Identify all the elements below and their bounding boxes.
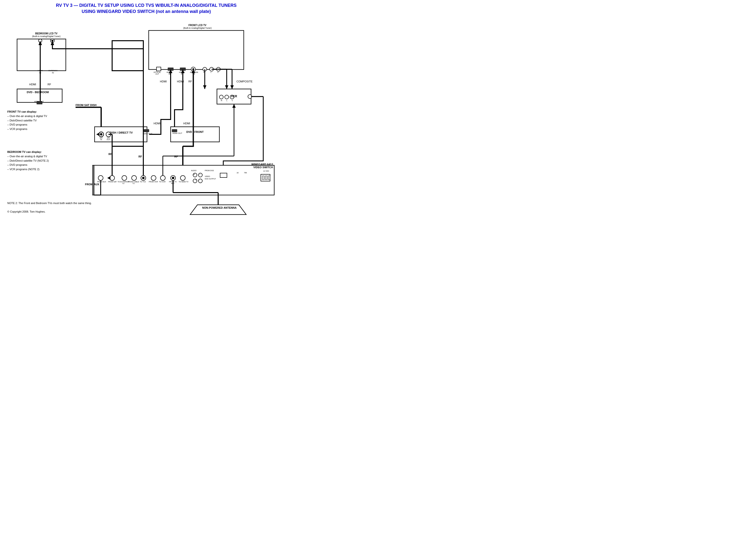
from-aux-wire-label: FROM AUX bbox=[82, 183, 102, 186]
hdmi-dvdfront-wire-label: HDMI bbox=[183, 122, 190, 125]
from-aux-label: FROM AUX bbox=[97, 181, 107, 183]
svg-rect-6 bbox=[92, 165, 274, 195]
note2-text: NOTE 2: The Front and Bedroom TVs must b… bbox=[7, 201, 173, 205]
to-main-tv-label: TO MAIN TV bbox=[179, 181, 189, 183]
to-vcr-label: TO VCR bbox=[158, 181, 167, 183]
svg-point-15 bbox=[191, 67, 196, 71]
dvd-bedroom-hdmiout-label: HDMI OUT bbox=[29, 101, 49, 103]
svg-rect-14 bbox=[180, 68, 186, 71]
vcr-label: VCR bbox=[221, 95, 248, 98]
page: RV TV 3 — DIGITAL TV SETUP USING LCD TVS… bbox=[0, 0, 292, 220]
front-tv-info: FRONT TV can display: – Over-the-air ana… bbox=[7, 110, 76, 131]
diagram-area: BEDROOM LCD TV (Built-in Analog/Digital … bbox=[5, 17, 288, 217]
rf-bedroom-wire-label: RF bbox=[48, 83, 51, 86]
svg-point-19 bbox=[216, 67, 220, 71]
rf-bedroom-label: RF bbox=[109, 152, 112, 155]
svg-point-23 bbox=[248, 95, 252, 99]
svg-marker-53 bbox=[39, 41, 42, 45]
hdmi-front2-label: HDMI bbox=[177, 80, 184, 83]
bedroom-antenna-in-label: ANTENNAIN bbox=[48, 69, 58, 74]
vcr-audio-l-label: L bbox=[198, 174, 202, 175]
l-label: L bbox=[209, 71, 213, 73]
svg-point-16 bbox=[192, 68, 194, 70]
svg-point-32 bbox=[110, 176, 115, 180]
svg-marker-56 bbox=[51, 41, 54, 45]
winegard-title-label: WINEGARD 6412VIDEO SWITCH bbox=[229, 163, 273, 169]
bedroom-tv-info: BEDROOM TV can display: – Over-the-air a… bbox=[7, 150, 80, 171]
from-sat-label: FROM SAT bbox=[108, 181, 117, 183]
v-label: V bbox=[216, 71, 220, 73]
svg-point-31 bbox=[98, 176, 103, 180]
svg-rect-49 bbox=[262, 176, 264, 180]
rf-switch-label2: RF bbox=[174, 155, 178, 158]
antenna-label: NON-POWERED ANTENNA bbox=[197, 206, 241, 209]
vcr-audio-r-label: R bbox=[193, 174, 196, 175]
svg-rect-5 bbox=[171, 127, 219, 142]
bedroom-hdmi-in-label: HDMIIN bbox=[36, 69, 45, 74]
copyright-text: © Copyright 2008. Tom Hughes. bbox=[7, 210, 80, 214]
svg-point-41 bbox=[172, 177, 174, 179]
svg-rect-50 bbox=[265, 176, 267, 180]
svg-rect-1 bbox=[149, 30, 244, 69]
svg-marker-63 bbox=[203, 85, 206, 89]
dvd-front-hdmiout-label: HDMI OUT bbox=[171, 132, 184, 134]
hdmi-front1-label: HDMI bbox=[160, 80, 167, 83]
vcr-l-label: L bbox=[225, 100, 229, 102]
svg-point-40 bbox=[171, 176, 176, 180]
svg-point-34 bbox=[122, 176, 127, 180]
svg-point-8 bbox=[39, 39, 42, 43]
sat-out-label: SATOUT bbox=[106, 137, 112, 140]
rf-switch-label1: RF bbox=[138, 155, 142, 158]
svg-point-9 bbox=[51, 39, 54, 43]
from-vcr-label: FROM VCR bbox=[149, 181, 158, 183]
svg-point-38 bbox=[151, 176, 156, 180]
r-label: R bbox=[202, 71, 206, 73]
svg-point-42 bbox=[180, 176, 185, 180]
dvd-bedroom-label: DVD - BEDROOM bbox=[22, 91, 54, 94]
bedroom-tv-title-label: BEDROOM LCD TV (Built-in Analog/Digital … bbox=[22, 32, 71, 38]
hdmi1-in-label: HDMI 1IN bbox=[164, 71, 174, 75]
audio-label: AUDIO bbox=[190, 170, 198, 171]
antenna-in-front-label: ANTENNAIN bbox=[189, 71, 199, 75]
svg-point-35 bbox=[132, 176, 136, 180]
dish-directtv-label: DISH / DIRECT TV bbox=[95, 131, 147, 134]
svg-point-36 bbox=[141, 176, 146, 180]
svg-point-18 bbox=[210, 67, 213, 71]
vdc-12-label: 12 VDC bbox=[259, 170, 273, 172]
vcr-audio-rl-label2: R L bbox=[190, 179, 205, 181]
front-tv-title-label: FRONT LCD TV (Built-in Analog/Digital Tu… bbox=[171, 24, 224, 29]
optical-out-label: OPTICALOUT bbox=[153, 71, 161, 75]
hdmi-dish-wire-label: HDMI bbox=[153, 122, 160, 125]
vcr-r-label: R bbox=[220, 100, 223, 102]
page-title: RV TV 3 — DIGITAL TV SETUP USING LCD TVS… bbox=[5, 2, 288, 15]
to-tv2-label: TO TV2 bbox=[138, 181, 147, 183]
hdmi-bedroom-wire-label: HDMI bbox=[29, 83, 36, 86]
svg-point-10 bbox=[52, 40, 53, 42]
svg-rect-51 bbox=[268, 176, 270, 180]
from-dvd-label: FROM DVD bbox=[205, 170, 222, 171]
dish-hdmiout-label: HDMI OUT bbox=[141, 133, 153, 135]
composite-label: COMPOSITE bbox=[237, 80, 253, 83]
video-label: VIDEO bbox=[205, 176, 217, 177]
dvd-output-label: DVD OUTPUT bbox=[205, 178, 222, 180]
svg-marker-66 bbox=[225, 85, 228, 89]
vcr-v-label: V bbox=[230, 100, 234, 102]
svg-point-39 bbox=[160, 176, 165, 180]
from-cable-tv-label: FROM CABLE TV bbox=[128, 181, 139, 184]
svg-marker-33 bbox=[107, 176, 111, 180]
svg-marker-86 bbox=[232, 104, 236, 108]
ohm-1k-label: 1K bbox=[234, 172, 241, 174]
ohm-75k-label: 75K bbox=[242, 172, 249, 174]
svg-point-37 bbox=[142, 177, 144, 179]
svg-rect-48 bbox=[261, 174, 270, 181]
to-exterior-tv-label: TO EXTERIOR TV bbox=[118, 181, 129, 184]
svg-rect-13 bbox=[168, 68, 174, 71]
from-tv-ant-label: FROM TV ANT bbox=[167, 181, 179, 184]
sat-in-label: SATIN bbox=[98, 137, 104, 140]
svg-rect-12 bbox=[156, 67, 161, 71]
svg-rect-47 bbox=[220, 173, 227, 178]
svg-rect-0 bbox=[17, 39, 66, 71]
hdmi2-in-label: HDMI 2IN bbox=[177, 71, 187, 75]
from-sat-dish-label: FROM SAT DISH bbox=[76, 104, 96, 107]
rf-front-label: RF bbox=[188, 80, 192, 83]
